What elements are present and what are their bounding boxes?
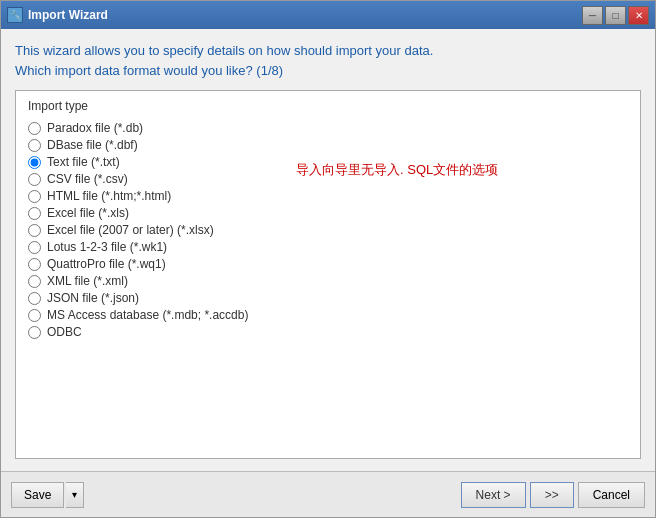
radio-dbase[interactable] <box>28 139 41 152</box>
radio-paradox[interactable] <box>28 122 41 135</box>
radio-xml[interactable] <box>28 275 41 288</box>
minimize-button[interactable]: ─ <box>582 6 603 25</box>
title-bar-left: 🔧 Import Wizard <box>7 7 108 23</box>
maximize-button[interactable]: □ <box>605 6 626 25</box>
radio-item-msaccess[interactable]: MS Access database (*.mdb; *.accdb) <box>28 308 628 322</box>
radio-label-excel2007: Excel file (2007 or later) (*.xlsx) <box>47 223 214 237</box>
title-bar: 🔧 Import Wizard ─ □ ✕ <box>1 1 655 29</box>
cancel-button[interactable]: Cancel <box>578 482 645 508</box>
radio-csv[interactable] <box>28 173 41 186</box>
title-buttons: ─ □ ✕ <box>582 6 649 25</box>
radio-quattro[interactable] <box>28 258 41 271</box>
intro-line1: This wizard allows you to specify detail… <box>15 41 641 61</box>
group-label: Import type <box>28 99 628 113</box>
radio-msaccess[interactable] <box>28 309 41 322</box>
radio-item-xml[interactable]: XML file (*.xml) <box>28 274 628 288</box>
radio-excel2007[interactable] <box>28 224 41 237</box>
save-button[interactable]: Save <box>11 482 64 508</box>
radio-item-lotus[interactable]: Lotus 1-2-3 file (*.wk1) <box>28 240 628 254</box>
radio-label-html: HTML file (*.htm;*.html) <box>47 189 171 203</box>
radio-label-dbase: DBase file (*.dbf) <box>47 138 138 152</box>
radio-item-odbc[interactable]: ODBC <box>28 325 628 339</box>
intro-line2: Which import data format would you like?… <box>15 61 641 81</box>
radio-item-quattro[interactable]: QuattroPro file (*.wq1) <box>28 257 628 271</box>
radio-label-text: Text file (*.txt) <box>47 155 120 169</box>
app-icon: 🔧 <box>7 7 23 23</box>
radio-label-excel: Excel file (*.xls) <box>47 206 129 220</box>
radio-label-quattro: QuattroPro file (*.wq1) <box>47 257 166 271</box>
radio-label-paradox: Paradox file (*.db) <box>47 121 143 135</box>
radio-label-json: JSON file (*.json) <box>47 291 139 305</box>
radio-list: Paradox file (*.db)DBase file (*.dbf)Tex… <box>28 121 628 339</box>
radio-item-dbase[interactable]: DBase file (*.dbf) <box>28 138 628 152</box>
radio-odbc[interactable] <box>28 326 41 339</box>
radio-label-lotus: Lotus 1-2-3 file (*.wk1) <box>47 240 167 254</box>
close-button[interactable]: ✕ <box>628 6 649 25</box>
skip-button[interactable]: >> <box>530 482 574 508</box>
radio-excel[interactable] <box>28 207 41 220</box>
radio-label-xml: XML file (*.xml) <box>47 274 128 288</box>
import-type-group: Import type Paradox file (*.db)DBase fil… <box>15 90 641 459</box>
radio-text[interactable] <box>28 156 41 169</box>
radio-item-paradox[interactable]: Paradox file (*.db) <box>28 121 628 135</box>
footer: Save ▾ Next > >> Cancel <box>1 471 655 517</box>
footer-right: Next > >> Cancel <box>461 482 645 508</box>
window-title: Import Wizard <box>28 8 108 22</box>
radio-label-msaccess: MS Access database (*.mdb; *.accdb) <box>47 308 248 322</box>
save-dropdown-button[interactable]: ▾ <box>66 482 84 508</box>
radio-item-json[interactable]: JSON file (*.json) <box>28 291 628 305</box>
intro-text: This wizard allows you to specify detail… <box>15 41 641 80</box>
radio-item-excel2007[interactable]: Excel file (2007 or later) (*.xlsx) <box>28 223 628 237</box>
next-button[interactable]: Next > <box>461 482 526 508</box>
footer-left: Save ▾ <box>11 482 84 508</box>
radio-item-html[interactable]: HTML file (*.htm;*.html) <box>28 189 628 203</box>
radio-item-excel[interactable]: Excel file (*.xls) <box>28 206 628 220</box>
wizard-content: This wizard allows you to specify detail… <box>1 29 655 471</box>
radio-label-odbc: ODBC <box>47 325 82 339</box>
import-wizard-window: 🔧 Import Wizard ─ □ ✕ This wizard allows… <box>0 0 656 518</box>
radio-lotus[interactable] <box>28 241 41 254</box>
radio-json[interactable] <box>28 292 41 305</box>
radio-html[interactable] <box>28 190 41 203</box>
annotation-text: 导入向导里无导入. SQL文件的选项 <box>296 161 498 179</box>
radio-label-csv: CSV file (*.csv) <box>47 172 128 186</box>
